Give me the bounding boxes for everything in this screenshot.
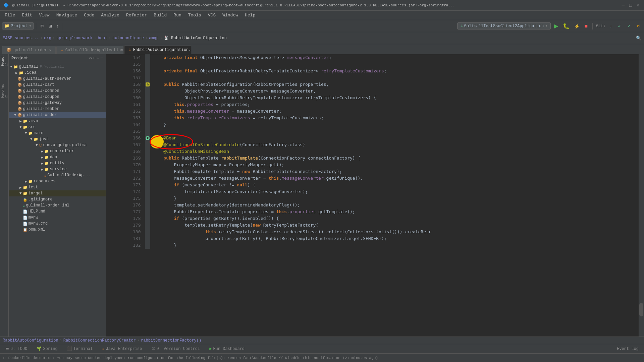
- tree-member-icon: 📦: [17, 107, 22, 111]
- tree-idea[interactable]: ▶ 📁 .idea: [9, 70, 106, 76]
- tree-mvnw[interactable]: ▶ 📄 mvnw: [9, 215, 106, 221]
- tree-gulimall-app[interactable]: ▶ ☕ GulimallOrderAp...: [9, 172, 106, 178]
- java-enterprise-tool[interactable]: ☕ Java Enterprise: [100, 346, 144, 352]
- bottom-bc-rabbit[interactable]: RabbitAutoConfiguration: [3, 338, 58, 343]
- bottom-bc-factory[interactable]: RabbitConnectionFactoryCreator: [63, 338, 136, 343]
- tree-auth[interactable]: ▶ 📦 gulimall-auth-server: [9, 76, 106, 82]
- tree-com[interactable]: ▼ ⬡ com.atguigu.gulima: [9, 142, 106, 148]
- tree-cart[interactable]: ▶ 📦 gulimall-cart: [9, 82, 106, 88]
- stop-button[interactable]: ■: [583, 22, 589, 30]
- tree-gitignore[interactable]: ▶ 🔒 .gitignore: [9, 196, 106, 202]
- tree-pom[interactable]: ▶ 📋 pom.xml: [9, 227, 106, 233]
- maximize-button[interactable]: □: [628, 3, 633, 8]
- tree-mvnwcmd[interactable]: ▶ 📄 mvnw.cmd: [9, 221, 106, 227]
- java-enterprise-icon: ☕: [102, 346, 104, 351]
- run-with-coverage[interactable]: ⚡: [573, 23, 581, 29]
- tree-git-expand: ▶: [19, 197, 22, 202]
- tree-java[interactable]: ▼ 📁 java: [9, 136, 106, 142]
- project-header-gear[interactable]: ⚙: [89, 56, 92, 61]
- toolbar-settings-btn[interactable]: ⚙: [38, 23, 46, 29]
- menu-run[interactable]: Run: [171, 12, 184, 19]
- run-config-dropdown[interactable]: ☕ GulimallTestSsoClient2Application ▾: [457, 22, 550, 29]
- bc-org[interactable]: org: [44, 36, 51, 41]
- tree-member[interactable]: ▶ 📦 gulimall-member: [9, 106, 106, 112]
- menu-build[interactable]: Build: [151, 12, 169, 19]
- tree-gateway[interactable]: ▶ 📦 gulimall-gateway: [9, 100, 106, 106]
- menu-tools[interactable]: Tools: [185, 12, 204, 19]
- code-editor[interactable]: 154 private final ObjectProvider<Message…: [106, 54, 644, 337]
- debug-button[interactable]: 🐛: [561, 22, 571, 30]
- bc-springframework[interactable]: springframework: [56, 36, 93, 41]
- menu-navigate[interactable]: Navigate: [54, 12, 80, 19]
- git-revert-btn[interactable]: ↺: [635, 23, 642, 29]
- todo-tool[interactable]: ☰ 6: TODO: [3, 346, 29, 352]
- tree-member-expand: ▶: [14, 107, 16, 111]
- menu-vcs[interactable]: VCS: [205, 12, 218, 19]
- git-update-btn[interactable]: ↓: [608, 23, 614, 29]
- git-commit-btn[interactable]: ✓: [616, 23, 623, 29]
- minimize-button[interactable]: ─: [621, 3, 626, 8]
- event-log-tool[interactable]: Event Log: [615, 346, 641, 352]
- tree-dao[interactable]: ▶ 📁 dao: [9, 154, 106, 160]
- tab-app-java[interactable]: ☕ GulimallOrderApplication.java ✕: [56, 46, 123, 54]
- tree-src[interactable]: ▼ 📁 src: [9, 124, 106, 130]
- project-panel-toggle[interactable]: 1: Project: [1, 57, 8, 64]
- menu-help[interactable]: Help: [242, 12, 258, 19]
- tree-order[interactable]: ▼ 📦 gulimall-order: [9, 112, 106, 118]
- tree-coupon[interactable]: ▶ 📦 gulimall-coupon: [9, 94, 106, 100]
- tree-root[interactable]: ▼ 📁 gulimall F:\gulimall: [9, 64, 106, 70]
- tab-order-close[interactable]: ✕: [49, 48, 52, 52]
- menu-edit[interactable]: Edit: [19, 12, 35, 19]
- tree-controller[interactable]: ▶ 📁 controller: [9, 148, 106, 154]
- tab-gulimall-order[interactable]: 📦 gulimall-order ✕: [2, 46, 56, 54]
- project-header-collapse[interactable]: —: [101, 56, 103, 61]
- terminal-tool[interactable]: ⬛ Terminal: [65, 346, 95, 352]
- tree-iml[interactable]: ▶ ☕ gulimall-order.iml: [9, 202, 106, 208]
- tree-service[interactable]: ▶ 📁 service: [9, 166, 106, 172]
- menu-window[interactable]: Window: [220, 12, 241, 19]
- menu-file[interactable]: File: [2, 12, 18, 19]
- project-header-sort[interactable]: ↕: [97, 56, 99, 61]
- close-button[interactable]: ✕: [635, 3, 641, 8]
- tree-common[interactable]: ▶ 📦 gulimall-common: [9, 88, 106, 94]
- menu-refactor[interactable]: Refactor: [123, 12, 150, 19]
- toolbar-layout-btn[interactable]: ⊞: [47, 23, 54, 29]
- tree-target[interactable]: ▼ 📁 target: [9, 190, 106, 196]
- bc-boot[interactable]: boot: [98, 36, 107, 41]
- tree-gateway-expand: ▶: [14, 101, 16, 105]
- version-control-tool[interactable]: ⑨ 9: Version Control: [150, 346, 202, 352]
- tab-rabbit-java[interactable]: ☕ RabbitAutoConfiguration.java ✕: [124, 46, 191, 54]
- notification-checkbox[interactable]: ☐: [3, 356, 6, 360]
- bottom-bc-method[interactable]: rabbitConnectionFactory(): [141, 338, 201, 343]
- search-icon[interactable]: 🔍: [636, 36, 641, 41]
- favorites-toggle[interactable]: 2: Favorites: [1, 87, 8, 95]
- tab-app-icon: ☕: [61, 48, 63, 53]
- code-line-157: 157: [129, 74, 644, 81]
- tree-idea-expand: ▶: [15, 71, 18, 75]
- run-dashboard-tool[interactable]: ▶ Run Dashboard: [207, 346, 247, 352]
- scroll-thumb[interactable]: [639, 303, 643, 316]
- run-button[interactable]: ▶: [553, 22, 559, 30]
- tree-helpmd[interactable]: ▶ 📄 HELP.md: [9, 208, 106, 215]
- tree-idea-icon: 📁: [19, 71, 23, 75]
- bc-ease[interactable]: EASE-sources...: [3, 36, 39, 41]
- tree-mvnwcmd-icon: 📄: [23, 222, 28, 226]
- tree-main[interactable]: ▼ 📁 main: [9, 130, 106, 136]
- tree-resources[interactable]: ▶ 📁 resources: [9, 178, 106, 184]
- project-dropdown[interactable]: 📁 Project ▾: [2, 22, 34, 29]
- project-header-layout[interactable]: ⊞: [93, 56, 95, 61]
- tree-entity-expand: ▶: [41, 161, 43, 166]
- menu-code[interactable]: Code: [81, 12, 97, 19]
- tree-entity[interactable]: ▶ 📁 entity: [9, 160, 106, 166]
- tree-test[interactable]: ▶ 📁 test: [9, 184, 106, 190]
- bc-rabbit[interactable]: 🐰 RabbitAutoConfiguration: [164, 36, 227, 41]
- menu-view[interactable]: View: [36, 12, 52, 19]
- toolbar-sort-btn[interactable]: ↕: [55, 23, 61, 29]
- spring-tool[interactable]: 🌱 Spring: [35, 346, 59, 352]
- bc-amqp[interactable]: amqp: [149, 36, 159, 41]
- git-push-btn[interactable]: ✓: [625, 23, 633, 29]
- bc-autoconfigure[interactable]: autoconfigure: [112, 36, 144, 41]
- menu-analyze[interactable]: Analyze: [98, 12, 122, 19]
- tree-java-expand: ▼: [30, 137, 33, 141]
- tree-mvn[interactable]: ▶ 📁 .mvn: [9, 118, 106, 124]
